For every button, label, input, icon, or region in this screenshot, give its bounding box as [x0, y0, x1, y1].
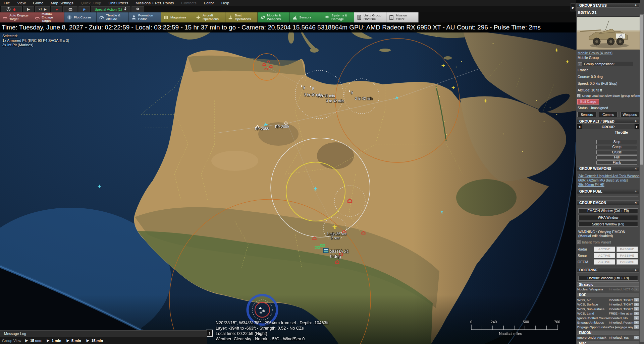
weapon-link[interactable]: 24x Generic Unguided Anti Tank Weapon — [577, 174, 639, 178]
sidebar-top-strip — [576, 0, 640, 3]
time-controls-button[interactable] — [1, 6, 22, 12]
comms-button[interactable]: Comms — [599, 112, 618, 117]
oecm-passive-button[interactable]: PASSIVE — [616, 259, 638, 265]
emcon-window-button[interactable]: EMCON Window (Ctrl + F9) — [578, 208, 638, 213]
pointer-button[interactable] — [78, 6, 90, 12]
section-group-fuel[interactable]: GROUP FUEL « — [577, 189, 639, 194]
wra-window-button[interactable]: WRA Window — [578, 215, 638, 220]
oecm-active-button[interactable]: ACTIVE — [594, 259, 615, 265]
chevron-down-icon[interactable]: ∨ — [634, 307, 639, 311]
toolbar-unit-group-doctrine[interactable]: Unit / Group Doctrine — [354, 12, 386, 22]
time-step-bar: Group View ▶ 15 sec ▶ 1 min ▶ 5 min ▶ 15… — [0, 337, 207, 344]
collapse-icon[interactable]: « — [634, 4, 638, 6]
toolbar-systems-damage[interactable]: Systems & Damage — [322, 12, 354, 22]
section-doctrine[interactable]: DOCTRINE « — [577, 268, 639, 273]
group-lead-checkbox[interactable]: ✓ Group Lead can slow down (group reform… — [577, 93, 639, 98]
chevron-down-icon[interactable]: ∨ — [634, 302, 639, 306]
sonar-active-button[interactable]: ACTIVE — [594, 253, 615, 258]
section-group-weapons[interactable]: GROUP WEAPONS « — [577, 166, 639, 171]
chevron-down-icon[interactable]: ∨ — [634, 325, 639, 329]
group-side: France — [577, 67, 639, 73]
toolbar-aircraft-operations[interactable]: Aircraft Operations — [193, 12, 225, 22]
time-step-15sec[interactable]: ▶ 15 sec — [24, 338, 45, 343]
menu-map-settings[interactable]: Map Settings — [47, 1, 77, 5]
collapse-icon[interactable]: « — [634, 269, 638, 271]
radar-passive-button[interactable]: PASSIVE — [616, 247, 638, 252]
throttle-creep-button[interactable]: Creep — [596, 145, 637, 149]
menu-game[interactable]: Game — [29, 1, 47, 5]
chevron-down-icon[interactable]: ∨ — [634, 316, 639, 320]
menu-unit-orders[interactable]: Unit Orders — [105, 1, 132, 5]
chevron-right-icon[interactable]: ▶ — [635, 124, 639, 129]
menu-editor[interactable]: Editor — [200, 1, 218, 5]
chevron-down-icon[interactable]: ∨ — [634, 298, 639, 302]
eta-label: 3 hr 42 min — [326, 99, 344, 103]
record-button[interactable]: ● — [51, 6, 62, 12]
sensors-window-button[interactable]: Sensors Window (F9) — [578, 222, 638, 227]
toolbar-plot-course[interactable]: Plot Course — [64, 12, 97, 22]
sonar-passive-button[interactable]: PASSIVE — [616, 253, 638, 258]
gear-icon — [136, 7, 140, 11]
toolbar-mission-editor[interactable]: Mission Editor — [386, 12, 419, 22]
section-group-emcon[interactable]: GROUP EMCON « — [577, 200, 639, 205]
group-scope-selector: ◀ GROUP ▶ — [577, 124, 639, 129]
throttle-full-button[interactable]: Full — [596, 155, 637, 160]
sidebar-scrollbar[interactable] — [640, 14, 644, 342]
toolbar-magazines[interactable]: Magazines — [161, 12, 193, 22]
menu-file[interactable]: File — [0, 1, 14, 5]
collapse-icon[interactable]: « — [634, 202, 638, 204]
weapon-link[interactable]: 660x 7.62mm MG Burst [20 rnds] — [577, 178, 639, 183]
toolbar-mounts-weapons[interactable]: Mounts & Weapons — [258, 12, 290, 22]
throttle-cruise-button[interactable]: Cruise — [596, 150, 637, 154]
scrollbar-thumb[interactable] — [640, 15, 643, 165]
sidebar-expand-button[interactable]: ▶ — [571, 3, 576, 11]
settings-button[interactable] — [131, 6, 144, 12]
collapse-icon[interactable]: « — [634, 167, 638, 169]
group-composition-toggle[interactable]: ▼ Group composition: — [577, 62, 633, 66]
chevron-down-icon[interactable]: ∨ — [634, 321, 639, 325]
message-log-bar[interactable]: Message Log — [0, 330, 207, 337]
group-type: Mobile Group — [577, 55, 639, 60]
play-button[interactable]: ▶ — [23, 6, 34, 12]
toolbar-manual-engage-target[interactable]: Manual Engage Target — [32, 12, 64, 22]
time-step-5min[interactable]: ▶ 5 min — [65, 338, 85, 343]
menu-missions-ref-points[interactable]: Missions + Ref. Points — [132, 1, 177, 5]
time-step-15min[interactable]: ▶ 15 min — [85, 338, 107, 343]
doctrine-window-button[interactable]: Doctrine Window (Ctrl + F9) — [578, 276, 638, 281]
special-action-button[interactable]: Special Action (1) — [91, 6, 130, 12]
menu-help[interactable]: Help — [218, 1, 233, 5]
throttle-flank-button[interactable]: Flank — [596, 160, 637, 165]
sensors-button[interactable]: Sensors — [577, 112, 596, 117]
toolbar-sensors[interactable]: Sensors — [290, 12, 322, 22]
cursor-position-line: N20°38'15", W34°31'58" - 2964nm from sel… — [216, 320, 328, 326]
gauge-icon — [99, 15, 104, 20]
toolbar-throttle-altitude[interactable]: Throttle & Altitude — [97, 12, 129, 22]
weapons-button[interactable]: Weapons — [620, 112, 639, 117]
world-map[interactable]: RP-2088 RP-2089 9 9 9 3 hr 40 min 3 hr 4… — [0, 0, 576, 344]
toolbar-boat-operations[interactable]: Boat Operations — [225, 12, 258, 22]
weapon-link[interactable]: 39x 90mm F4 HE — [577, 183, 639, 187]
inherit-from-parent-checkbox[interactable]: ✓ Inherit from Parent — [577, 238, 639, 246]
collapse-icon[interactable]: « — [634, 120, 638, 122]
ferry-button[interactable] — [63, 6, 77, 12]
collapse-icon[interactable]: « — [634, 190, 638, 192]
radar-active-button[interactable]: ACTIVE — [594, 247, 615, 252]
chevron-left-icon[interactable]: ◀ — [577, 124, 582, 129]
toolbar-auto-engage-target[interactable]: Auto Engage Target — [0, 12, 32, 22]
time-status-bar: Time: Tuesday, June 8, 2027 - Zulu: 02:2… — [0, 22, 576, 32]
group-link[interactable]: Mobile Group (4 units) — [577, 50, 639, 55]
doctrine-row-wcs-surface: WCS, Surface Inherited, TIGHT ∨ — [577, 302, 639, 307]
menu-view[interactable]: View — [14, 1, 30, 5]
section-group-status[interactable]: GROUP STATUS « — [577, 3, 639, 8]
toolbar-formation-editor[interactable]: Formation Editor — [129, 12, 161, 22]
emcon-warning-line2: (Manual edit disabled) — [578, 234, 638, 238]
time-compression-button[interactable]: x1 ▶ — [35, 6, 50, 12]
chevron-down-icon[interactable]: ∨ — [634, 312, 639, 316]
time-step-1min[interactable]: ▶ 1 min — [45, 338, 65, 343]
section-group-alt-speed[interactable]: GROUP ALT / SPEED « — [577, 119, 639, 124]
edit-cargo-button[interactable]: Edit Cargo — [577, 99, 599, 105]
chevron-down-icon[interactable]: ∨ — [634, 336, 639, 340]
throttle-stop-button[interactable]: Stop — [596, 140, 637, 144]
group-view-label[interactable]: Group View — [0, 339, 24, 343]
selected-group-icon[interactable] — [323, 248, 328, 253]
